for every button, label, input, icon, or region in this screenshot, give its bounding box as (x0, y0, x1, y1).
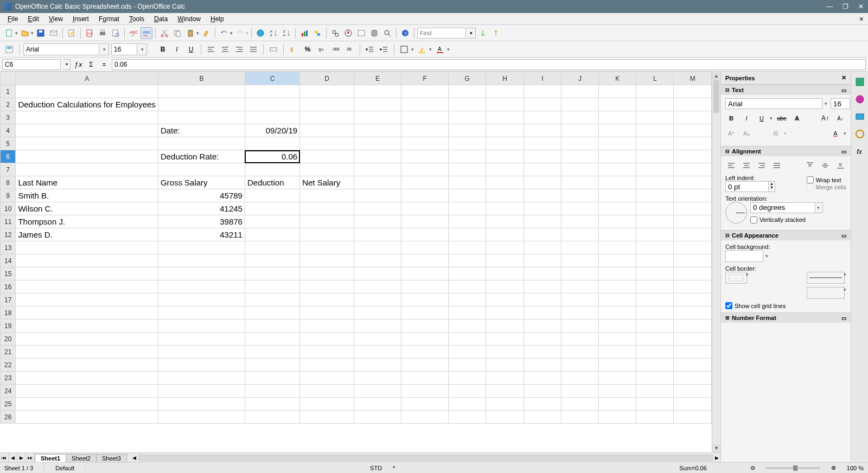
cell-H20[interactable] (486, 333, 524, 346)
cell-M6[interactable] (674, 150, 712, 163)
cell-B1[interactable] (158, 85, 245, 98)
find-prev-button[interactable] (490, 27, 502, 39)
menu-tools[interactable]: Tools (125, 14, 149, 24)
cell-D18[interactable] (300, 306, 354, 319)
cell-I6[interactable] (524, 150, 561, 163)
panel-appearance-header[interactable]: Cell Appearance (732, 232, 778, 239)
cell-D5[interactable] (300, 137, 354, 150)
cell-F14[interactable] (401, 254, 448, 267)
cell-I2[interactable] (524, 98, 561, 111)
decrease-indent-button[interactable] (364, 43, 376, 55)
cell-I24[interactable] (524, 385, 561, 398)
cell-H15[interactable] (486, 267, 524, 280)
cell-J24[interactable] (561, 385, 598, 398)
sidebar-font-size[interactable] (831, 98, 850, 109)
borders-dropdown[interactable]: ▾ (411, 47, 414, 52)
cell-D12[interactable] (300, 228, 354, 241)
cell-J26[interactable] (561, 411, 598, 424)
sidebar-close-button[interactable]: ✕ (841, 74, 846, 81)
cell-M9[interactable] (674, 189, 712, 202)
orientation-dial[interactable] (725, 202, 747, 223)
sidebar-align-center[interactable] (741, 159, 752, 171)
col-header-J[interactable]: J (561, 72, 598, 85)
cell-H18[interactable] (486, 306, 524, 319)
row-header-18[interactable]: 18 (1, 306, 16, 319)
minimize-button[interactable]: — (826, 3, 833, 10)
cell-E9[interactable] (354, 189, 401, 202)
sort-desc-button[interactable]: ZA (280, 27, 292, 39)
cell-C10[interactable] (245, 202, 299, 215)
cell-I4[interactable] (524, 124, 561, 137)
open-button[interactable] (19, 27, 31, 39)
cell-H24[interactable] (486, 385, 524, 398)
add-decimal-button[interactable]: .000 (330, 43, 342, 55)
cell-G9[interactable] (449, 189, 486, 202)
cell-D14[interactable] (300, 254, 354, 267)
cell-A16[interactable] (16, 280, 158, 293)
cell-G16[interactable] (449, 280, 486, 293)
cell-M16[interactable] (674, 280, 712, 293)
cell-D16[interactable] (300, 280, 354, 293)
cell-L19[interactable] (636, 319, 674, 333)
cell-G22[interactable] (449, 359, 486, 372)
row-header-2[interactable]: 2 (1, 98, 16, 111)
cell-A10[interactable]: Wilson C. (16, 202, 158, 215)
maximize-button[interactable]: ❐ (843, 3, 848, 10)
menu-format[interactable]: Format (94, 14, 124, 24)
wrap-text-checkbox[interactable] (807, 176, 814, 183)
zoom-slider[interactable] (766, 467, 820, 469)
cell-H7[interactable] (486, 163, 524, 176)
cell-D22[interactable] (300, 359, 354, 372)
cell-D3[interactable] (300, 111, 354, 124)
cell-F9[interactable] (401, 189, 448, 202)
cell-B26[interactable] (158, 411, 245, 424)
cell-F25[interactable] (401, 398, 448, 411)
col-header-K[interactable]: K (599, 72, 636, 85)
paste-button[interactable] (184, 27, 196, 39)
justify-button[interactable] (247, 43, 259, 55)
cell-F19[interactable] (401, 319, 448, 333)
cell-L17[interactable] (636, 293, 674, 306)
cell-H26[interactable] (486, 411, 524, 424)
show-gridlines-checkbox[interactable] (725, 302, 732, 309)
cell-A20[interactable] (16, 333, 158, 346)
cell-E17[interactable] (354, 293, 401, 306)
cell-D15[interactable] (300, 267, 354, 280)
navigator-button[interactable] (342, 27, 354, 39)
data-sources-button[interactable] (368, 27, 380, 39)
cell-L6[interactable] (636, 150, 674, 163)
underline-button[interactable]: U (185, 43, 197, 55)
align-center-button[interactable] (219, 43, 231, 55)
row-header-1[interactable]: 1 (1, 85, 16, 98)
cell-F5[interactable] (401, 137, 448, 150)
cell-I20[interactable] (524, 333, 561, 346)
cell-C25[interactable] (245, 398, 299, 411)
cell-G17[interactable] (449, 293, 486, 306)
cell-E23[interactable] (354, 372, 401, 385)
status-mode[interactable]: STD (370, 465, 382, 471)
cell-L18[interactable] (636, 306, 674, 319)
cell-J16[interactable] (561, 280, 598, 293)
cell-A7[interactable] (16, 163, 158, 176)
cell-M19[interactable] (674, 319, 712, 333)
cell-D20[interactable] (300, 333, 354, 346)
cell-C4[interactable]: 09/20/19 (245, 124, 299, 137)
indent-input[interactable] (725, 181, 769, 192)
cell-M23[interactable] (674, 372, 712, 385)
cell-K16[interactable] (599, 280, 636, 293)
cell-C26[interactable] (245, 411, 299, 424)
cell-B10[interactable]: 41245 (158, 202, 245, 215)
cell-D11[interactable] (300, 215, 354, 228)
cell-C14[interactable] (245, 254, 299, 267)
cell-K8[interactable] (599, 176, 636, 189)
cell-D23[interactable] (300, 372, 354, 385)
cell-J3[interactable] (561, 111, 598, 124)
sidetab-navigator[interactable] (854, 128, 866, 140)
cell-E1[interactable] (354, 85, 401, 98)
row-header-22[interactable]: 22 (1, 359, 16, 372)
cell-H5[interactable] (486, 137, 524, 150)
cell-I14[interactable] (524, 254, 561, 267)
sidebar-highlight[interactable]: ☒ (770, 127, 782, 139)
row-header-16[interactable]: 16 (1, 280, 16, 293)
cell-G26[interactable] (449, 411, 486, 424)
